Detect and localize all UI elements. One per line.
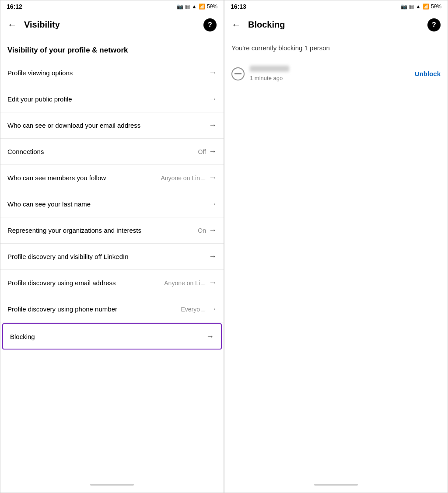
list-item-organizations[interactable]: Representing your organizations and inte…	[0, 217, 224, 244]
list-item-label: Profile viewing options	[7, 68, 206, 77]
bottom-handle-right	[224, 477, 448, 493]
list-item-discovery-email[interactable]: Profile discovery using email address An…	[0, 270, 224, 296]
list-item-label: Blocking	[10, 332, 203, 341]
chevron-icon: →	[206, 332, 214, 341]
camera-icon: 📷	[177, 3, 183, 10]
list-item-discovery-off-linkedin[interactable]: Profile discovery and visibility off Lin…	[0, 244, 224, 270]
battery-icon-right: 59%	[431, 3, 441, 10]
list-item-last-name[interactable]: Who can see your last name →	[0, 191, 224, 217]
chevron-icon: →	[209, 121, 217, 130]
chevron-icon: →	[209, 94, 217, 104]
time-left: 16:12	[7, 3, 22, 10]
block-icon	[231, 67, 245, 80]
vibrate-icon-right: ▦	[409, 3, 414, 10]
status-icons-right: 📷 ▦ ▲ 📶 59%	[401, 3, 441, 10]
list-item-blocking[interactable]: Blocking →	[2, 323, 222, 350]
help-button-left[interactable]: ?	[203, 18, 217, 31]
status-bar-left: 16:12 📷 ▦ ▲ 📶 59%	[0, 0, 224, 13]
unblock-button[interactable]: Unblock	[415, 70, 441, 77]
top-bar-right: ← Blocking ?	[224, 13, 448, 37]
list-item-label: Representing your organizations and inte…	[7, 226, 198, 235]
page-title-right: Blocking	[248, 20, 427, 30]
bottom-handle-left	[0, 477, 224, 493]
list-item-value: Anyone on Lin…	[161, 175, 206, 182]
status-icons-left: 📷 ▦ ▲ 📶 59%	[177, 3, 217, 10]
handle-bar-right	[314, 484, 358, 486]
section-header: Visibility of your profile & network	[0, 37, 224, 60]
top-bar-left: ← Visibility ?	[0, 13, 224, 37]
settings-list: Profile viewing options → Edit your publ…	[0, 60, 224, 477]
chevron-icon: →	[209, 304, 217, 314]
blocked-name-blur	[250, 66, 289, 72]
blocked-person-info: 1 minute ago	[250, 66, 415, 82]
wifi-icon: ▲	[192, 3, 197, 10]
chevron-icon: →	[209, 226, 217, 235]
page-title-left: Visibility	[24, 20, 203, 30]
help-button-right[interactable]: ?	[427, 18, 441, 31]
blocked-time: 1 minute ago	[250, 75, 283, 81]
wifi-icon-right: ▲	[416, 3, 421, 10]
chevron-icon: →	[209, 147, 217, 156]
time-right: 16:13	[231, 3, 246, 10]
signal-icon: 📶	[199, 3, 205, 10]
back-button-right[interactable]: ←	[231, 19, 241, 31]
list-item-connections[interactable]: Connections Off →	[0, 139, 224, 165]
list-item-edit-profile[interactable]: Edit your public profile →	[0, 86, 224, 112]
chevron-icon: →	[209, 173, 217, 182]
list-item-label: Who can see your last name	[7, 199, 206, 209]
list-item-value: Everyo…	[181, 306, 206, 313]
list-item-members-follow[interactable]: Who can see members you follow Anyone on…	[0, 165, 224, 191]
signal-icon-right: 📶	[423, 3, 429, 10]
camera-icon-right: 📷	[401, 3, 407, 10]
blocking-screen: 16:13 📷 ▦ ▲ 📶 59% ← Blocking ? You're cu…	[224, 0, 448, 493]
list-item-label: Profile discovery and visibility off Lin…	[7, 252, 206, 261]
list-item-label: Profile discovery using phone number	[7, 304, 181, 314]
status-bar-right: 16:13 📷 ▦ ▲ 📶 59%	[224, 0, 448, 13]
list-item-label: Profile discovery using email address	[7, 278, 164, 287]
list-item-label: Edit your public profile	[7, 94, 206, 104]
list-item-label: Who can see or download your email addre…	[7, 121, 206, 130]
list-item-value: Off	[198, 148, 206, 155]
list-item-value: Anyone on Li…	[164, 280, 206, 287]
list-item-value: On	[198, 227, 206, 234]
chevron-icon: →	[209, 199, 217, 209]
list-item-profile-viewing[interactable]: Profile viewing options →	[0, 60, 224, 86]
battery-icon: 59%	[207, 3, 217, 10]
blocking-content: You're currently blocking 1 person 1 min…	[224, 37, 448, 477]
chevron-icon: →	[209, 68, 217, 77]
list-item-email-visibility[interactable]: Who can see or download your email addre…	[0, 112, 224, 139]
blocking-subtitle: You're currently blocking 1 person	[231, 44, 441, 52]
back-button-left[interactable]: ←	[7, 19, 17, 31]
chevron-icon: →	[209, 278, 217, 287]
list-item-label: Who can see members you follow	[7, 173, 161, 182]
blocked-item: 1 minute ago Unblock	[231, 60, 441, 87]
list-item-discovery-phone[interactable]: Profile discovery using phone number Eve…	[0, 296, 224, 322]
handle-bar-left	[90, 484, 134, 486]
list-item-label: Connections	[7, 147, 198, 156]
chevron-icon: →	[209, 252, 217, 261]
visibility-screen: 16:12 📷 ▦ ▲ 📶 59% ← Visibility ? Visibil…	[0, 0, 224, 493]
vibrate-icon: ▦	[185, 3, 190, 10]
